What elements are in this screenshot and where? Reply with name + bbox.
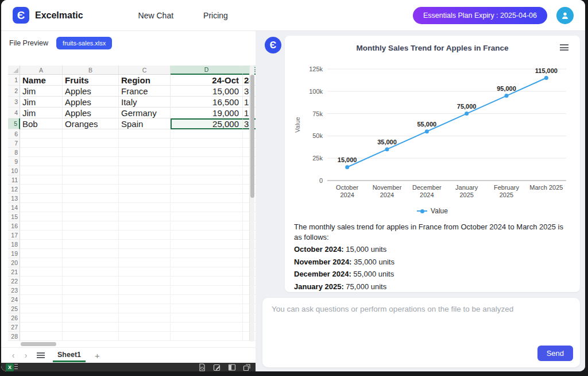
cell-A11[interactable] (20, 175, 63, 185)
excelmatic-logo-icon[interactable]: Є (13, 7, 29, 24)
cell-A7[interactable] (20, 139, 63, 148)
cell-B10[interactable] (63, 166, 119, 175)
cell-A17[interactable] (20, 231, 63, 240)
cell-D15[interactable] (171, 212, 243, 221)
cell-A1[interactable]: Name (20, 75, 63, 86)
cell-A3[interactable]: Jim (20, 97, 63, 108)
cell-B27[interactable] (63, 323, 119, 332)
cell-B5[interactable]: Oranges (63, 118, 119, 129)
cell-A22[interactable] (20, 277, 63, 286)
cell-B28[interactable] (63, 332, 119, 341)
cell-C12[interactable] (119, 185, 171, 194)
row-header-18[interactable]: 18 (8, 240, 20, 249)
column-header-B[interactable]: B (63, 66, 119, 75)
cell-A8[interactable] (20, 148, 63, 157)
cell-A15[interactable] (20, 212, 63, 221)
cell-D26[interactable] (171, 313, 243, 323)
cell-A26[interactable] (20, 313, 63, 323)
cell-C6[interactable] (119, 129, 171, 139)
row-header-16[interactable]: 16 (8, 221, 20, 231)
cell-C25[interactable] (119, 304, 171, 313)
cell-B20[interactable] (63, 258, 119, 267)
cell-C2[interactable]: France (119, 86, 171, 97)
row-header-15[interactable]: 15 (8, 212, 20, 221)
cell-C8[interactable] (119, 148, 171, 157)
cell-B25[interactable] (63, 304, 119, 313)
cell-A19[interactable] (20, 249, 63, 258)
cell-D27[interactable] (171, 323, 243, 332)
cell-D21[interactable] (171, 267, 243, 277)
row-header-27[interactable]: 27 (8, 323, 20, 332)
row-header-10[interactable]: 10 (8, 166, 20, 175)
cell-B13[interactable] (63, 194, 119, 203)
column-header-D[interactable]: D (171, 66, 243, 75)
cell-C3[interactable]: Italy (119, 97, 171, 108)
cell-B23[interactable] (63, 286, 119, 295)
cell-A27[interactable] (20, 323, 63, 332)
cell-B21[interactable] (63, 267, 119, 277)
cell-B24[interactable] (63, 295, 119, 304)
row-header-26[interactable]: 26 (8, 313, 20, 323)
cell-A12[interactable] (20, 185, 63, 194)
select-all-corner[interactable] (8, 66, 20, 75)
vertical-scrollbar-thumb[interactable] (250, 75, 254, 198)
row-header-5[interactable]: 5 (8, 118, 20, 129)
cell-D22[interactable] (171, 277, 243, 286)
cell-D18[interactable] (171, 240, 243, 249)
horizontal-scrollbar-thumb[interactable] (21, 342, 56, 346)
cell-D23[interactable] (171, 286, 243, 295)
cell-A14[interactable] (20, 203, 63, 212)
cell-A5[interactable]: Bob (20, 118, 63, 129)
cell-C26[interactable] (119, 313, 171, 323)
cell-D6[interactable] (171, 129, 243, 139)
cell-A10[interactable] (20, 166, 63, 175)
cell-D16[interactable] (171, 221, 243, 231)
cell-A23[interactable] (20, 286, 63, 295)
cell-C4[interactable]: Germany (119, 108, 171, 118)
nav-link-new-chat[interactable]: New Chat (138, 11, 173, 20)
file-tab[interactable]: fruits-sales.xlsx (56, 37, 112, 49)
cell-B6[interactable] (63, 129, 119, 139)
cell-D28[interactable] (171, 332, 243, 341)
cell-D1[interactable]: 24-Oct (171, 75, 243, 86)
chart-legend[interactable]: Value (292, 206, 573, 216)
row-header-9[interactable]: 9 (8, 157, 20, 166)
cell-C22[interactable] (119, 277, 171, 286)
vertical-scrollbar[interactable] (249, 66, 254, 342)
horizontal-scrollbar[interactable] (8, 342, 246, 346)
cell-C14[interactable] (119, 203, 171, 212)
cell-D8[interactable] (171, 148, 243, 157)
row-header-2[interactable]: 2 (8, 86, 20, 97)
cell-B7[interactable] (63, 139, 119, 148)
cell-C9[interactable] (119, 157, 171, 166)
row-header-21[interactable]: 21 (8, 267, 20, 277)
cell-C10[interactable] (119, 166, 171, 175)
cell-B2[interactable]: Apples (63, 86, 119, 97)
columns-icon[interactable] (228, 363, 236, 371)
user-avatar[interactable] (556, 7, 574, 24)
row-header-17[interactable]: 17 (8, 231, 20, 240)
cell-B3[interactable]: Apples (63, 97, 119, 108)
cell-A9[interactable] (20, 157, 63, 166)
row-header-19[interactable]: 19 (8, 249, 20, 258)
row-header-20[interactable]: 20 (8, 258, 20, 267)
cell-B17[interactable] (63, 231, 119, 240)
row-header-8[interactable]: 8 (8, 148, 20, 157)
cell-D11[interactable] (171, 175, 243, 185)
row-header-24[interactable]: 24 (8, 295, 20, 304)
cell-D12[interactable] (171, 185, 243, 194)
cell-C15[interactable] (119, 212, 171, 221)
sheet-list-menu-icon[interactable] (37, 352, 45, 358)
cell-B26[interactable] (63, 313, 119, 323)
popout-icon[interactable] (243, 363, 251, 371)
cell-A4[interactable]: Jim (20, 108, 63, 118)
cell-D5[interactable]: 25,000 (171, 118, 243, 129)
cell-A18[interactable] (20, 240, 63, 249)
cell-A20[interactable] (20, 258, 63, 267)
cell-C13[interactable] (119, 194, 171, 203)
cell-B22[interactable] (63, 277, 119, 286)
cell-B16[interactable] (63, 221, 119, 231)
row-header-22[interactable]: 22 (8, 277, 20, 286)
row-header-7[interactable]: 7 (8, 139, 20, 148)
sheet-tab-sheet1[interactable]: Sheet1 (53, 348, 86, 362)
